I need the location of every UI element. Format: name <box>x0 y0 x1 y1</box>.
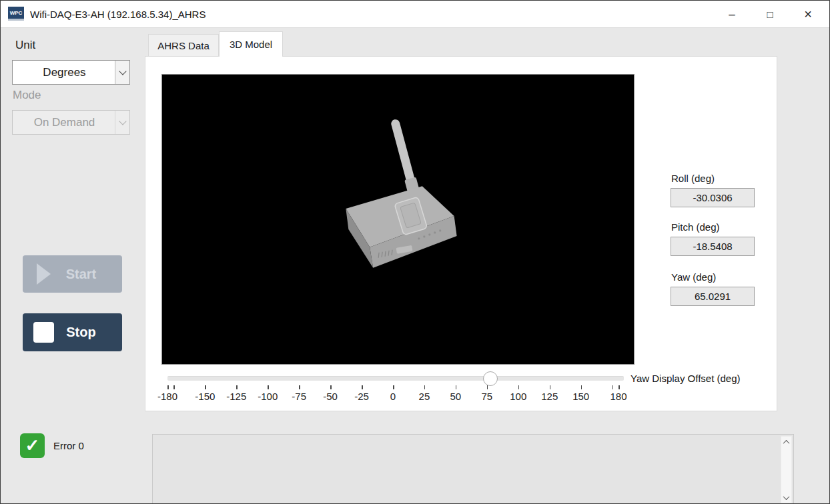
unit-select-value: Degrees <box>13 66 129 79</box>
mode-label: Mode <box>13 89 41 102</box>
unit-label: Unit <box>15 39 35 52</box>
tab-ahrs-data[interactable]: AHRS Data <box>148 34 219 57</box>
slider-tick-label: 50 <box>450 391 462 402</box>
log-output-box[interactable] <box>152 434 794 504</box>
yaw-offset-slider[interactable] <box>167 371 618 386</box>
maximize-button[interactable]: □ <box>755 1 785 28</box>
slider-tick-label: -50 <box>323 391 338 402</box>
wifi-device-3d-model <box>162 75 634 364</box>
roll-value: -30.0306 <box>671 188 755 207</box>
start-button[interactable]: Start <box>23 255 122 293</box>
slider-tick-label: 125 <box>541 391 558 402</box>
title-bar: WPC Wifi-DAQ-E3-AH (192.168.5.34)_AHRS –… <box>1 1 829 28</box>
slider-tick-label: -180 <box>157 391 177 402</box>
scroll-down-button[interactable] <box>781 492 791 503</box>
slider-tick-label: -125 <box>226 391 246 402</box>
yaw-label: Yaw (deg) <box>671 271 716 283</box>
mode-select-arrow <box>115 111 129 134</box>
roll-label: Roll (deg) <box>671 173 715 184</box>
slider-tick-label: -75 <box>292 391 306 402</box>
chevron-down-icon <box>119 117 126 125</box>
slider-tick <box>618 385 620 389</box>
mode-select: On Demand <box>12 110 130 135</box>
slider-tick-labels: -180-150-125-100-75-50-25025507510012515… <box>167 391 618 403</box>
yaw-offset-label: Yaw Display Offset (deg) <box>631 373 741 384</box>
slider-tick-label: 100 <box>510 391 526 402</box>
chevron-down-icon <box>119 67 126 75</box>
close-button[interactable]: × <box>793 1 823 28</box>
app-icon: WPC <box>8 7 24 21</box>
stop-icon <box>32 322 55 343</box>
play-icon <box>32 263 55 285</box>
slider-tick-label: 25 <box>419 391 430 402</box>
slider-tick-label: -25 <box>354 391 369 402</box>
chevron-up-icon <box>783 439 790 446</box>
app-window: WPC Wifi-DAQ-E3-AH (192.168.5.34)_AHRS –… <box>0 0 830 504</box>
unit-select-arrow[interactable] <box>115 61 129 84</box>
3d-model-viewport[interactable] <box>161 74 635 365</box>
error-status-label: Error 0 <box>53 440 84 451</box>
slider-thumb[interactable] <box>483 371 498 386</box>
tab-3d-model[interactable]: 3D Model <box>219 31 283 57</box>
slider-tick-label: -100 <box>258 391 278 402</box>
pitch-label: Pitch (deg) <box>671 221 720 233</box>
error-status-checkbox: ✓ <box>20 433 45 458</box>
yaw-value: 65.0291 <box>671 287 755 306</box>
scroll-up-button[interactable] <box>781 437 791 447</box>
slider-tick-label: 150 <box>572 391 589 402</box>
slider-tick-label: 180 <box>610 391 627 402</box>
slider-tick-label: 0 <box>390 391 396 402</box>
pitch-value: -18.5408 <box>671 237 755 256</box>
chevron-down-icon <box>783 493 790 500</box>
stop-button-label: Stop <box>55 325 122 340</box>
stop-button[interactable]: Stop <box>23 313 122 351</box>
minimize-button[interactable]: – <box>717 1 747 28</box>
check-icon: ✓ <box>25 435 40 456</box>
slider-tick-label: -150 <box>195 391 215 402</box>
unit-select[interactable]: Degrees <box>12 60 130 85</box>
mode-select-value: On Demand <box>13 116 129 129</box>
slider-tick-label: 75 <box>481 391 492 402</box>
start-button-label: Start <box>55 267 122 282</box>
log-scrollbar[interactable] <box>781 436 792 503</box>
window-title: Wifi-DAQ-E3-AH (192.168.5.34)_AHRS <box>30 1 205 28</box>
